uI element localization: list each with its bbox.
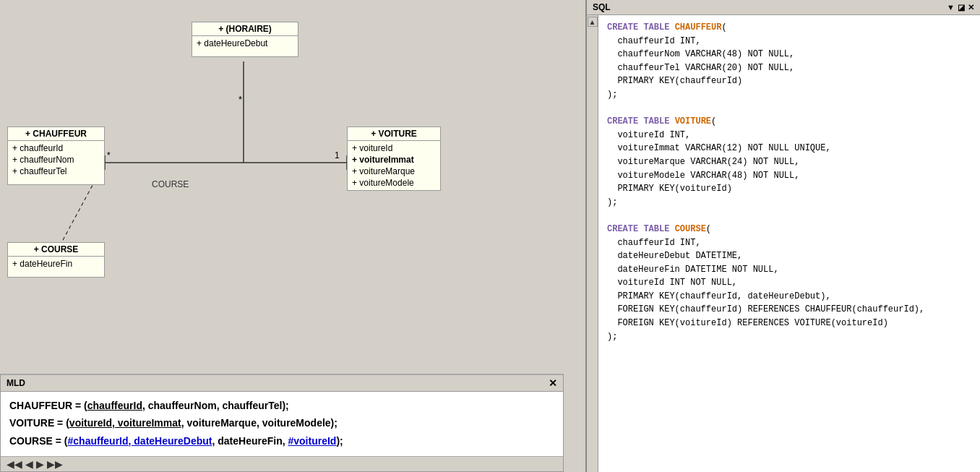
mld-title: MLD <box>7 378 25 388</box>
sql-pin-icon[interactable]: ▼ <box>947 3 955 12</box>
mld-voiture-line: VOITURE = (voitureId, voitureImmat, voit… <box>9 415 554 431</box>
uml-diagram-panel: + (HORAIRE) + dateHeureDebut + CHAUFFEUR… <box>0 0 585 472</box>
mld-nav-last[interactable]: ▶▶ <box>47 458 63 470</box>
sql-dock-icon[interactable]: ◪ <box>958 3 965 12</box>
mld-chauffeur-prefix: CHAUFFEUR = ( <box>9 400 87 411</box>
chauffeur-box: + CHAUFFEUR + chauffeurId + chauffeurNom… <box>7 126 105 185</box>
mld-content: CHAUFFEUR = (chauffeurId, chauffeurNom, … <box>1 392 563 456</box>
sql-header-icons: ▼ ◪ ✕ <box>947 3 974 12</box>
horaire-header: + (HORAIRE) <box>192 22 298 36</box>
voiture-field-1: + voitureId <box>352 142 436 154</box>
voiture-header: + VOITURE <box>348 127 440 141</box>
mld-nav-prev[interactable]: ◀ <box>25 458 33 470</box>
mld-voiture-rest: , voitureMarque, voitureModele); <box>181 417 338 429</box>
mld-panel: MLD ✕ CHAUFFEUR = (chauffeurId, chauffeu… <box>0 374 564 472</box>
voiture-box: + VOITURE + voitureId + voitureImmat + v… <box>347 126 441 191</box>
chauffeur-field-3: + chauffeurTel <box>12 166 100 177</box>
sql-header: SQL ▼ ◪ ✕ <box>587 0 980 15</box>
horaire-box: + (HORAIRE) + dateHeureDebut <box>192 22 298 57</box>
chauffeur-field-1: + chauffeurId <box>12 142 100 154</box>
multiplicity-one-voiture: 1 <box>335 150 340 160</box>
mld-voiture-ids: voitureId, voitureImmat <box>69 417 181 429</box>
sql-close-icon[interactable]: ✕ <box>968 3 974 12</box>
chauffeur-body: + chauffeurId + chauffeurNom + chauffeur… <box>8 141 104 184</box>
course-association-label: COURSE <box>152 179 189 189</box>
voiture-field-3: + voitureMarque <box>352 166 436 177</box>
mld-course-mid: , dateHeureFin, <box>212 435 288 447</box>
course-body: + dateHeureFin <box>8 257 104 277</box>
mld-chauffeur-line: CHAUFFEUR = (chauffeurId, chauffeurNom, … <box>9 398 554 413</box>
mld-voiture-prefix: VOITURE = ( <box>9 417 69 429</box>
mld-header: MLD ✕ <box>1 375 563 392</box>
course-box: + COURSE + dateHeureFin <box>7 242 105 278</box>
scroll-up[interactable]: ▲ <box>588 17 598 27</box>
voiture-body: + voitureId + voitureImmat + voitureMarq… <box>348 141 440 190</box>
multiplicity-star-chauffeur: * <box>107 150 111 160</box>
chauffeur-field-2: + chauffeurNom <box>12 154 100 166</box>
course-header: + COURSE <box>8 243 104 257</box>
sql-panel: SQL ▼ ◪ ✕ ▲ CREATE TABLE CHAUFFEUR( chau… <box>585 0 980 472</box>
voiture-field-2: + voitureImmat <box>352 154 436 166</box>
mld-close-button[interactable]: ✕ <box>549 377 557 389</box>
multiplicity-star-horaire: * <box>238 94 242 105</box>
voiture-field-4: + voitureModele <box>352 177 436 189</box>
mld-chauffeur-rest: , chauffeurNom, chauffeurTel); <box>142 400 289 411</box>
sql-body: ▲ CREATE TABLE CHAUFFEUR( chauffeurId IN… <box>587 15 980 472</box>
mld-course-suffix: ); <box>336 435 343 447</box>
mld-course-fk1: #chauffeurId, dateHeureDebut <box>68 435 212 447</box>
mld-nav-next[interactable]: ▶ <box>36 458 44 470</box>
mld-chauffeur-id: chauffeurId <box>87 400 142 411</box>
mld-course-fk2: #voitureId <box>288 435 336 447</box>
sql-title: SQL <box>593 2 944 12</box>
mld-course-line: COURSE = (#chauffeurId, dateHeureDebut, … <box>9 433 554 449</box>
sql-scrollbar: ▲ <box>587 15 598 472</box>
mld-course-prefix: COURSE = ( <box>9 435 68 447</box>
chauffeur-header: + CHAUFFEUR <box>8 127 104 141</box>
mld-footer: ◀◀ ◀ ▶ ▶▶ <box>1 456 563 471</box>
horaire-field-1: + dateHeureDebut <box>197 38 293 49</box>
mld-nav-first[interactable]: ◀◀ <box>7 458 22 470</box>
horaire-body: + dateHeureDebut <box>192 36 298 56</box>
course-field-1: + dateHeureFin <box>12 258 100 270</box>
sql-content-area: CREATE TABLE CHAUFFEUR( chauffeurId INT,… <box>598 15 980 472</box>
